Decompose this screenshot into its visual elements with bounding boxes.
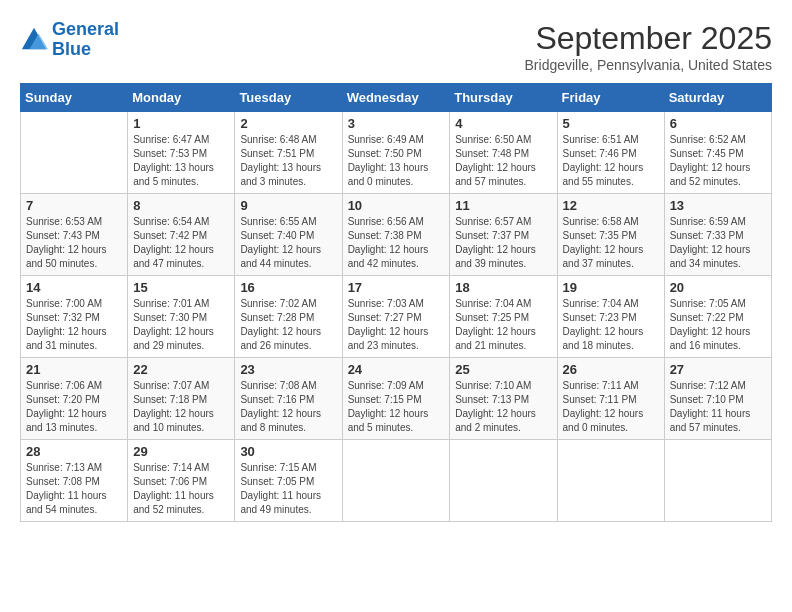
logo-text: General Blue [52,20,119,60]
day-info: Sunrise: 7:14 AM Sunset: 7:06 PM Dayligh… [133,461,229,517]
day-info: Sunrise: 6:53 AM Sunset: 7:43 PM Dayligh… [26,215,122,271]
calendar-cell: 15Sunrise: 7:01 AM Sunset: 7:30 PM Dayli… [128,276,235,358]
calendar-cell: 26Sunrise: 7:11 AM Sunset: 7:11 PM Dayli… [557,358,664,440]
calendar-cell [664,440,771,522]
day-number: 3 [348,116,445,131]
calendar-cell: 20Sunrise: 7:05 AM Sunset: 7:22 PM Dayli… [664,276,771,358]
day-info: Sunrise: 7:04 AM Sunset: 7:25 PM Dayligh… [455,297,551,353]
day-info: Sunrise: 7:04 AM Sunset: 7:23 PM Dayligh… [563,297,659,353]
day-header-tuesday: Tuesday [235,84,342,112]
day-number: 21 [26,362,122,377]
day-info: Sunrise: 6:57 AM Sunset: 7:37 PM Dayligh… [455,215,551,271]
day-number: 27 [670,362,766,377]
calendar-cell [342,440,450,522]
day-info: Sunrise: 6:59 AM Sunset: 7:33 PM Dayligh… [670,215,766,271]
day-number: 26 [563,362,659,377]
calendar-cell: 17Sunrise: 7:03 AM Sunset: 7:27 PM Dayli… [342,276,450,358]
day-info: Sunrise: 7:06 AM Sunset: 7:20 PM Dayligh… [26,379,122,435]
day-info: Sunrise: 7:01 AM Sunset: 7:30 PM Dayligh… [133,297,229,353]
page-header: General Blue September 2025 Bridgeville,… [20,20,772,73]
day-info: Sunrise: 6:49 AM Sunset: 7:50 PM Dayligh… [348,133,445,189]
day-info: Sunrise: 7:12 AM Sunset: 7:10 PM Dayligh… [670,379,766,435]
calendar-cell [557,440,664,522]
calendar-cell: 24Sunrise: 7:09 AM Sunset: 7:15 PM Dayli… [342,358,450,440]
calendar-cell: 3Sunrise: 6:49 AM Sunset: 7:50 PM Daylig… [342,112,450,194]
calendar-cell: 30Sunrise: 7:15 AM Sunset: 7:05 PM Dayli… [235,440,342,522]
day-number: 28 [26,444,122,459]
calendar-cell: 23Sunrise: 7:08 AM Sunset: 7:16 PM Dayli… [235,358,342,440]
day-number: 7 [26,198,122,213]
day-info: Sunrise: 6:51 AM Sunset: 7:46 PM Dayligh… [563,133,659,189]
day-info: Sunrise: 6:58 AM Sunset: 7:35 PM Dayligh… [563,215,659,271]
calendar-cell: 22Sunrise: 7:07 AM Sunset: 7:18 PM Dayli… [128,358,235,440]
day-info: Sunrise: 7:00 AM Sunset: 7:32 PM Dayligh… [26,297,122,353]
day-number: 10 [348,198,445,213]
day-number: 12 [563,198,659,213]
day-number: 17 [348,280,445,295]
day-number: 8 [133,198,229,213]
day-number: 16 [240,280,336,295]
calendar-cell: 11Sunrise: 6:57 AM Sunset: 7:37 PM Dayli… [450,194,557,276]
calendar-cell: 14Sunrise: 7:00 AM Sunset: 7:32 PM Dayli… [21,276,128,358]
day-header-sunday: Sunday [21,84,128,112]
day-number: 29 [133,444,229,459]
day-number: 5 [563,116,659,131]
day-info: Sunrise: 6:48 AM Sunset: 7:51 PM Dayligh… [240,133,336,189]
day-number: 22 [133,362,229,377]
week-row-3: 14Sunrise: 7:00 AM Sunset: 7:32 PM Dayli… [21,276,772,358]
week-row-5: 28Sunrise: 7:13 AM Sunset: 7:08 PM Dayli… [21,440,772,522]
day-number: 4 [455,116,551,131]
day-info: Sunrise: 7:15 AM Sunset: 7:05 PM Dayligh… [240,461,336,517]
week-row-4: 21Sunrise: 7:06 AM Sunset: 7:20 PM Dayli… [21,358,772,440]
calendar-cell: 19Sunrise: 7:04 AM Sunset: 7:23 PM Dayli… [557,276,664,358]
day-number: 13 [670,198,766,213]
calendar-cell: 27Sunrise: 7:12 AM Sunset: 7:10 PM Dayli… [664,358,771,440]
day-number: 11 [455,198,551,213]
calendar-cell: 9Sunrise: 6:55 AM Sunset: 7:40 PM Daylig… [235,194,342,276]
calendar-cell: 18Sunrise: 7:04 AM Sunset: 7:25 PM Dayli… [450,276,557,358]
day-info: Sunrise: 7:10 AM Sunset: 7:13 PM Dayligh… [455,379,551,435]
day-info: Sunrise: 6:52 AM Sunset: 7:45 PM Dayligh… [670,133,766,189]
day-info: Sunrise: 6:50 AM Sunset: 7:48 PM Dayligh… [455,133,551,189]
day-info: Sunrise: 6:56 AM Sunset: 7:38 PM Dayligh… [348,215,445,271]
calendar-cell: 28Sunrise: 7:13 AM Sunset: 7:08 PM Dayli… [21,440,128,522]
day-header-saturday: Saturday [664,84,771,112]
day-info: Sunrise: 6:55 AM Sunset: 7:40 PM Dayligh… [240,215,336,271]
day-number: 6 [670,116,766,131]
calendar-cell [450,440,557,522]
day-number: 18 [455,280,551,295]
day-number: 25 [455,362,551,377]
calendar-cell: 29Sunrise: 7:14 AM Sunset: 7:06 PM Dayli… [128,440,235,522]
day-info: Sunrise: 6:54 AM Sunset: 7:42 PM Dayligh… [133,215,229,271]
calendar-table: SundayMondayTuesdayWednesdayThursdayFrid… [20,83,772,522]
day-info: Sunrise: 7:09 AM Sunset: 7:15 PM Dayligh… [348,379,445,435]
day-number: 2 [240,116,336,131]
calendar-cell: 8Sunrise: 6:54 AM Sunset: 7:42 PM Daylig… [128,194,235,276]
calendar-cell: 5Sunrise: 6:51 AM Sunset: 7:46 PM Daylig… [557,112,664,194]
day-number: 23 [240,362,336,377]
day-info: Sunrise: 7:03 AM Sunset: 7:27 PM Dayligh… [348,297,445,353]
day-info: Sunrise: 7:11 AM Sunset: 7:11 PM Dayligh… [563,379,659,435]
day-info: Sunrise: 6:47 AM Sunset: 7:53 PM Dayligh… [133,133,229,189]
day-header-thursday: Thursday [450,84,557,112]
calendar-cell: 1Sunrise: 6:47 AM Sunset: 7:53 PM Daylig… [128,112,235,194]
day-number: 15 [133,280,229,295]
logo-icon [20,26,48,54]
calendar-cell: 21Sunrise: 7:06 AM Sunset: 7:20 PM Dayli… [21,358,128,440]
calendar-cell: 7Sunrise: 6:53 AM Sunset: 7:43 PM Daylig… [21,194,128,276]
day-number: 19 [563,280,659,295]
day-header-wednesday: Wednesday [342,84,450,112]
day-info: Sunrise: 7:13 AM Sunset: 7:08 PM Dayligh… [26,461,122,517]
calendar-cell: 12Sunrise: 6:58 AM Sunset: 7:35 PM Dayli… [557,194,664,276]
day-number: 14 [26,280,122,295]
calendar-cell: 6Sunrise: 6:52 AM Sunset: 7:45 PM Daylig… [664,112,771,194]
calendar-cell: 16Sunrise: 7:02 AM Sunset: 7:28 PM Dayli… [235,276,342,358]
logo: General Blue [20,20,119,60]
day-info: Sunrise: 7:05 AM Sunset: 7:22 PM Dayligh… [670,297,766,353]
day-info: Sunrise: 7:07 AM Sunset: 7:18 PM Dayligh… [133,379,229,435]
day-number: 9 [240,198,336,213]
calendar-header-row: SundayMondayTuesdayWednesdayThursdayFrid… [21,84,772,112]
day-number: 1 [133,116,229,131]
title-block: September 2025 Bridgeville, Pennsylvania… [525,20,772,73]
location: Bridgeville, Pennsylvania, United States [525,57,772,73]
